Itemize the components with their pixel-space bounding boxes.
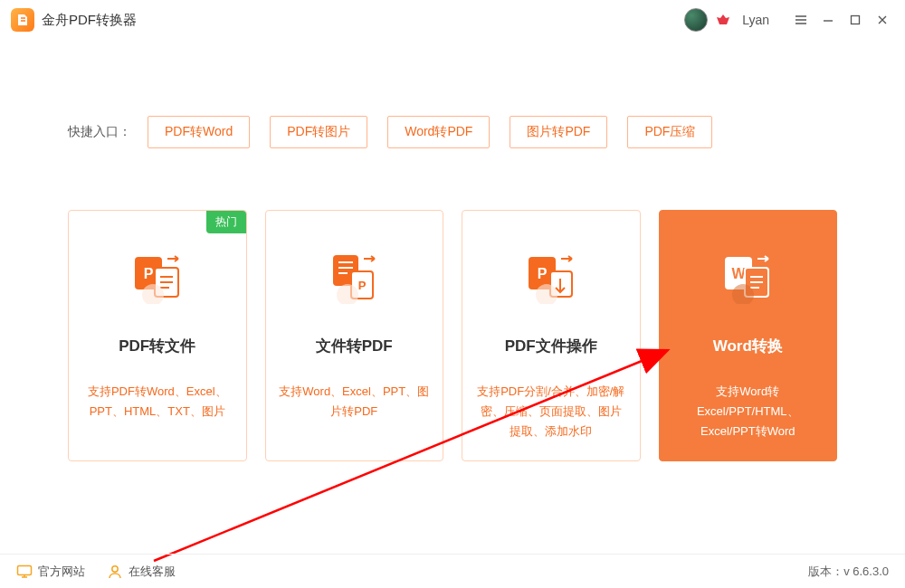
svg-rect-18 [18, 565, 32, 574]
quick-image-to-pdf[interactable]: 图片转PDF [510, 116, 607, 148]
card-desc: 支持Word、Excel、PPT、图片转PDF [266, 382, 443, 422]
minimize-button[interactable] [816, 8, 840, 32]
app-title: 金舟PDF转换器 [42, 12, 137, 29]
online-support-label: 在线客服 [129, 564, 176, 580]
card-file-to-pdf[interactable]: P 文件转PDF 支持Word、Excel、PPT、图片转PDF [265, 210, 444, 461]
card-pdf-operations[interactable]: P PDF文件操作 支持PDF分割/合并、加密/解密、压缩、页面提取、图片提取、… [462, 210, 641, 461]
quick-entry-label: 快捷入口： [68, 124, 131, 140]
pdf-operations-icon: P [522, 249, 580, 307]
user-avatar[interactable] [684, 8, 708, 32]
card-title: PDF文件操作 [505, 336, 597, 356]
word-convert-icon: W [719, 249, 776, 307]
svg-rect-0 [852, 16, 860, 24]
card-word-convert[interactable]: W Word转换 支持Word转Excel/PPT/HTML、Excel/PPT… [659, 210, 838, 461]
card-title: 文件转PDF [316, 336, 393, 356]
svg-text:P: P [143, 266, 153, 281]
card-desc: 支持PDF分割/合并、加密/解密、压缩、页面提取、图片提取、添加水印 [462, 382, 640, 441]
card-title: Word转换 [713, 336, 783, 356]
username-label[interactable]: Lyan [742, 13, 769, 27]
official-site-link[interactable]: 官方网站 [16, 564, 85, 580]
card-title: PDF转文件 [119, 336, 195, 356]
quick-pdf-to-word[interactable]: PDF转Word [148, 116, 250, 148]
quick-pdf-to-image[interactable]: PDF转图片 [270, 116, 367, 148]
pdf-to-file-icon: P [129, 249, 186, 307]
version-text: 版本：v 6.6.3.0 [808, 564, 889, 580]
footer-bar: 官方网站 在线客服 版本：v 6.6.3.0 [0, 554, 905, 588]
svg-text:P: P [537, 266, 547, 281]
close-button[interactable] [871, 8, 894, 32]
menu-button[interactable] [789, 8, 813, 32]
quick-entry-row: 快捷入口： PDF转Word PDF转图片 Word转PDF 图片转PDF PD… [0, 116, 905, 148]
svg-text:P: P [358, 279, 367, 292]
card-desc: 支持PDF转Word、Excel、PPT、HTML、TXT、图片 [69, 382, 246, 422]
app-logo-icon [11, 8, 34, 32]
online-support-link[interactable]: 在线客服 [107, 564, 176, 580]
monitor-icon [16, 564, 33, 580]
quick-pdf-compress[interactable]: PDF压缩 [627, 116, 712, 148]
svg-point-19 [112, 565, 118, 571]
card-pdf-to-file[interactable]: 热门 P PDF转文件 支持PDF转Word、Excel、PPT、HTML、TX… [68, 210, 247, 461]
maximize-button[interactable] [843, 8, 867, 32]
vip-badge-icon [715, 12, 731, 28]
feature-cards: 热门 P PDF转文件 支持PDF转Word、Excel、PPT、HTML、TX… [0, 210, 905, 461]
card-desc: 支持Word转Excel/PPT/HTML、Excel/PPT转Word [660, 382, 837, 441]
file-to-pdf-icon: P [325, 249, 383, 307]
titlebar: 金舟PDF转换器 Lyan [0, 0, 905, 40]
official-site-label: 官方网站 [38, 564, 85, 580]
quick-word-to-pdf[interactable]: Word转PDF [387, 116, 490, 148]
hot-badge: 热门 [206, 211, 246, 233]
support-icon [107, 564, 123, 580]
